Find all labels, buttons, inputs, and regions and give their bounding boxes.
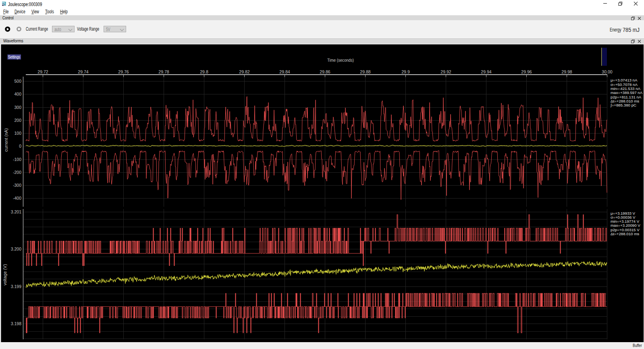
svg-text:3.201: 3.201 <box>11 209 21 214</box>
svg-text:29.88: 29.88 <box>360 69 370 74</box>
svg-text:Time (seconds): Time (seconds) <box>327 58 354 63</box>
svg-text:-300: -300 <box>13 183 21 188</box>
svg-text:-100: -100 <box>13 157 21 162</box>
svg-text:29.82: 29.82 <box>239 69 249 74</box>
svg-text:100: 100 <box>14 131 21 136</box>
svg-text:29.98: 29.98 <box>561 69 572 74</box>
svg-text:400: 400 <box>14 92 21 96</box>
svg-text:30.00: 30.00 <box>602 69 612 74</box>
svg-text:29.78: 29.78 <box>158 69 169 74</box>
svg-text:∫=+885.380 pC: ∫=+885.380 pC <box>610 103 636 107</box>
svg-text:200: 200 <box>14 118 21 123</box>
svg-text:29.94: 29.94 <box>481 69 491 74</box>
svg-text:-400: -400 <box>13 196 21 201</box>
svg-text:29.72: 29.72 <box>37 69 48 74</box>
svg-text:500: 500 <box>14 79 21 84</box>
svg-text:Settings: Settings <box>8 55 20 59</box>
svg-text:-200: -200 <box>13 170 21 175</box>
svg-text:voltage (V): voltage (V) <box>2 264 7 285</box>
svg-text:0: 0 <box>19 144 21 148</box>
svg-text:29.92: 29.92 <box>440 69 451 74</box>
svg-text:300: 300 <box>14 105 21 110</box>
svg-text:3.200: 3.200 <box>11 247 21 251</box>
svg-text:29.84: 29.84 <box>279 69 290 74</box>
svg-text:3.199: 3.199 <box>11 284 21 289</box>
svg-text:29.96: 29.96 <box>521 69 532 74</box>
svg-text:Δt=+288.010 ms: Δt=+288.010 ms <box>611 232 639 236</box>
svg-text:29.8: 29.8 <box>200 69 208 74</box>
svg-text:29.9: 29.9 <box>401 69 410 74</box>
svg-text:29.74: 29.74 <box>78 69 88 74</box>
svg-text:29.76: 29.76 <box>118 69 129 74</box>
svg-text:3.198: 3.198 <box>11 321 21 326</box>
svg-text:29.86: 29.86 <box>320 69 330 74</box>
svg-text:current (nA): current (nA) <box>4 128 8 152</box>
